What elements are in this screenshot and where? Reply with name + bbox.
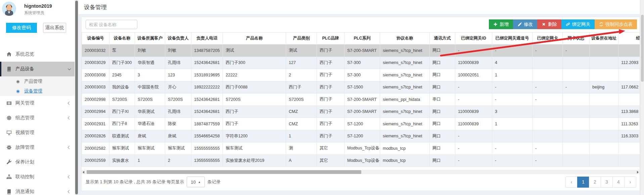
- table-cell: 200003029: [82, 57, 109, 69]
- table-cell: [563, 93, 590, 106]
- table-row[interactable]: 200002826联通测试唐斌唐斌15546654258字符串12001西门子S…: [82, 130, 640, 142]
- change-password-button[interactable]: 修改密码: [6, 23, 37, 33]
- film-icon: [6, 101, 12, 106]
- sidebar-item-system-overview[interactable]: 系统总览: [0, 47, 75, 62]
- sidebar-item-product-device[interactable]: 产品设备: [0, 62, 75, 76]
- table-cell: 1: [492, 118, 533, 130]
- scrollbar-thumb[interactable]: [87, 170, 361, 174]
- table-cell: Modbus_Tcp设备: [344, 154, 380, 167]
- column-header: 设备编号: [82, 32, 109, 45]
- table-cell: -: [533, 45, 563, 57]
- table-cell: 网口: [430, 45, 455, 57]
- table-cell: 联通测试: [109, 130, 135, 142]
- column-header: 网卡状态: [563, 32, 590, 45]
- column-header: 已绑定网关通道号: [492, 32, 533, 45]
- sidebar-item-device-management[interactable]: ◉ 设备管理: [0, 86, 75, 96]
- record-info-suffix: 条记录: [208, 179, 221, 185]
- table-cell: 孔雨绵: [165, 106, 191, 118]
- delete-button[interactable]: 删除: [537, 19, 561, 29]
- table-cell: S7-200-SMART: [344, 45, 380, 57]
- page-size-dropdown[interactable]: 10 ▲: [187, 177, 204, 187]
- table-header-row: 设备编号设备名称设备所属客户设备负责人负责人电话产品名称产品类别PLC品牌PLC…: [82, 32, 640, 45]
- table-cell: 110000839: [455, 106, 492, 118]
- bind-gateway-button[interactable]: 绑定网关: [561, 19, 595, 29]
- add-button[interactable]: 新增: [489, 19, 513, 29]
- horizontal-scrollbar[interactable]: [82, 170, 640, 174]
- book-icon: [6, 66, 12, 72]
- table-row[interactable]: 200003032泵刘敏刘敏13487587205测试测试西门子S7-200-S…: [82, 45, 640, 57]
- sidebar-item-fault-management[interactable]: 故障管理: [0, 140, 75, 155]
- table-cell: 123: [165, 69, 191, 81]
- table-row[interactable]: 200002559实验废水1213555555555实验室废水处理2019A其它…: [82, 154, 640, 167]
- main-content: 设备管理 新增 修改 删除 绑定网关: [79, 0, 640, 195]
- toolbar: 新增 修改 删除 绑定网关: [489, 19, 637, 29]
- table-cell: 华通石油: [135, 118, 165, 130]
- prev-page-button[interactable]: ‹: [565, 177, 578, 188]
- page-vertical-scrollbar[interactable]: [640, 0, 644, 195]
- scroll-right-arrow-icon[interactable]: [637, 171, 639, 174]
- scroll-left-arrow-icon[interactable]: [83, 171, 84, 174]
- sidebar-item-message-notification[interactable]: 消息通知: [0, 184, 75, 195]
- force-sync-point-table-button[interactable]: 强制同步点表: [595, 19, 637, 29]
- table-cell: 200003032: [82, 45, 109, 57]
- page-button[interactable]: 3: [601, 177, 613, 188]
- table-cell: [590, 69, 618, 81]
- table-cell: -: [455, 154, 492, 167]
- table-row[interactable]: 200003029西门子300华辰智通孔雨绵15243642681西门子3001…: [82, 57, 640, 69]
- link-icon: [566, 22, 570, 26]
- sidebar-item-product-management[interactable]: ◉ 产品管理: [0, 76, 75, 86]
- table-cell: S7200S: [223, 93, 286, 106]
- page-button[interactable]: 4: [612, 177, 625, 188]
- inner-vertical-scrollbar[interactable]: [75, 0, 79, 195]
- logout-button[interactable]: 退出系统: [43, 23, 66, 33]
- table-cell: 2: [165, 154, 191, 167]
- table-cell: [563, 57, 590, 69]
- table-cell: -: [492, 45, 533, 57]
- table-cell: 112.2093: [618, 57, 640, 69]
- sidebar: hignton2019 系统管理员 修改密码 退出系统 系统总览 产品设备 ◉ …: [0, 0, 75, 195]
- table-cell: 西门子: [286, 81, 317, 93]
- table-cell: [563, 154, 590, 167]
- sidebar-item-linkage-control[interactable]: 联动控制: [0, 170, 75, 184]
- table-row[interactable]: 200003003我的设备中国国务院开心18922222222西门子0088西门…: [82, 81, 640, 93]
- table-cell: 华辰智通: [135, 57, 165, 69]
- table-cell: 陈俊: [165, 118, 191, 130]
- scrollbar-thumb[interactable]: [75, 1, 78, 194]
- table-cell: 串口: [430, 93, 455, 106]
- table-cell: S7200S: [286, 93, 317, 106]
- scrollbar-thumb[interactable]: [641, 15, 644, 82]
- table-cell: 我的设备: [109, 81, 135, 93]
- table-cell: 西门子: [317, 130, 344, 142]
- sidebar-item-configuration-management[interactable]: 组态管理: [0, 111, 75, 125]
- sidebar-item-gateway-management[interactable]: 网关管理: [0, 96, 75, 111]
- table-row[interactable]: 200002582猴车测试猴车测试猴车测试15555555555猴车测试测其它M…: [82, 142, 640, 155]
- table-row[interactable]: 200002994西门子XI华辰测试孔雨绵15243642681西门子CMZ西门…: [82, 106, 640, 118]
- column-header: 已绑定网卡: [533, 32, 563, 45]
- table-cell: 西门子300: [109, 57, 135, 69]
- table-row[interactable]: 200002998S7200SS7200SS7200S15243642681S7…: [82, 93, 640, 106]
- table-cell: 华辰测试: [135, 106, 165, 118]
- table-row[interactable]: 200002931西门子8华通石油陈俊18874877559西门子CMZ西门子S…: [82, 118, 640, 130]
- table-cell: siemens_s7tcp_hinet: [380, 45, 430, 57]
- dot-circle-icon: ◉: [16, 79, 19, 84]
- next-page-button[interactable]: ›: [624, 177, 636, 188]
- table-cell: A: [286, 154, 317, 167]
- table-cell: 刘敏: [165, 45, 191, 57]
- page-button[interactable]: 1: [577, 177, 589, 188]
- column-header: 经度: [618, 32, 640, 45]
- table-cell: [533, 118, 563, 130]
- page-button[interactable]: 2: [589, 177, 601, 188]
- table-cell: 200002998: [82, 93, 109, 106]
- sidebar-item-maintenance-plan[interactable]: 保养计划: [0, 155, 75, 170]
- sidebar-item-video-management[interactable]: 视频管理: [0, 125, 75, 140]
- table-cell: CMZ: [286, 106, 317, 118]
- column-header: 设备所属客户: [135, 32, 165, 45]
- table-cell: [563, 106, 590, 118]
- table-cell: 网口: [430, 154, 455, 167]
- table-cell: -: [492, 93, 533, 106]
- table-row[interactable]: 2000030082345312315318919695222222西门子S7-…: [82, 69, 640, 81]
- pagination-bar: 显示第 1 到第 10 条记录 , 总共 35 条记录 每页显示 10 ▲ 条记…: [86, 175, 636, 189]
- search-input[interactable]: [86, 20, 137, 29]
- edit-button[interactable]: 修改: [513, 19, 537, 29]
- column-header: 协议名称: [380, 32, 430, 45]
